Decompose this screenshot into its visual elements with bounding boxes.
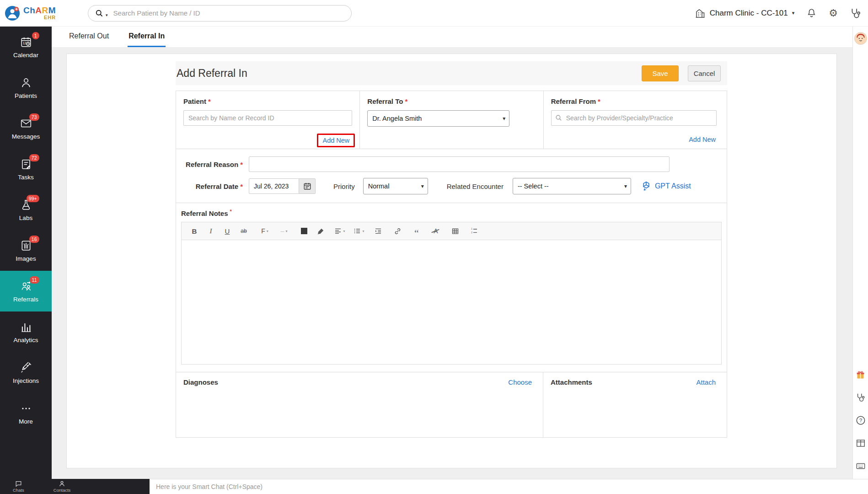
notifications-bell-icon[interactable]	[806, 8, 817, 18]
sidebar-item-tasks[interactable]: 72 Tasks	[0, 149, 52, 189]
images-badge: 16	[29, 236, 39, 243]
related-encounter-select[interactable]: -- Select --	[513, 178, 631, 194]
sidebar-item-calendar[interactable]: 12 1 Calendar	[0, 27, 52, 67]
tab-referral-out[interactable]: Referral Out	[68, 32, 110, 47]
underline-icon[interactable]: U	[222, 225, 233, 237]
app-logo[interactable]: ChARM EHR	[0, 5, 69, 21]
analytics-icon	[20, 321, 32, 333]
related-encounter-label: Related Encounter	[447, 183, 504, 190]
stethoscope-icon[interactable]	[850, 7, 862, 19]
italic-icon[interactable]: I	[205, 225, 216, 237]
labs-badge: 99+	[27, 195, 39, 203]
chevron-down-icon: ▾	[792, 10, 795, 16]
tasks-badge: 72	[29, 154, 39, 162]
split-window-icon[interactable]	[855, 438, 866, 449]
font-family-icon[interactable]: F▾	[259, 225, 270, 237]
text-color-icon[interactable]	[299, 225, 310, 237]
contacts-person-icon	[59, 480, 65, 487]
referral-date-input[interactable]	[249, 178, 299, 194]
sidebar-item-images[interactable]: 16 Images	[0, 230, 52, 271]
indent-icon[interactable]	[373, 225, 384, 237]
stethoscope-icon[interactable]	[855, 392, 866, 403]
referral-to-section: Referral To* Dr. Angela Smith	[359, 91, 543, 149]
notes-editor[interactable]	[181, 240, 722, 365]
search-icon	[95, 9, 104, 18]
calendar-picker-button[interactable]	[299, 178, 316, 194]
clinic-selector[interactable]: Charm Clinic - CC-101 ▾	[695, 8, 795, 19]
diagnoses-label: Diagnoses	[183, 378, 218, 386]
referral-notes-label: Referral Notes	[181, 209, 228, 217]
required-asterisk: *	[208, 97, 211, 105]
help-icon[interactable]: ?	[855, 415, 866, 426]
gpt-icon	[641, 181, 652, 192]
panel-title-row: Add Referral In Save Cancel	[176, 61, 727, 85]
required-asterisk: *	[240, 161, 243, 168]
smart-chat-input[interactable]	[150, 483, 868, 490]
referral-form: Patient* Add New Referral To* Dr. Angela…	[176, 91, 727, 438]
strikethrough-icon[interactable]: ab	[238, 225, 249, 237]
link-icon[interactable]	[392, 225, 403, 237]
cancel-button[interactable]: Cancel	[688, 65, 721, 81]
main-sidebar: 12 1 Calendar Patients	[0, 27, 52, 479]
patient-search[interactable]: ▾	[88, 5, 352, 21]
chats-button[interactable]: Chats	[13, 480, 24, 493]
chevron-down-icon[interactable]: ▾	[106, 13, 108, 17]
referral-date-label: Referral Date	[196, 183, 238, 190]
highlight-icon[interactable]	[315, 225, 326, 237]
patient-label: Patient	[183, 97, 206, 105]
sidebar-item-patients[interactable]: Patients	[0, 67, 52, 108]
bottom-chat-bar: Chats Contacts	[0, 479, 868, 494]
chat-bubble-icon	[15, 480, 22, 487]
sidebar-item-referrals[interactable]: 11 Referrals	[0, 271, 52, 311]
bold-icon[interactable]: B	[189, 225, 200, 237]
referral-from-search-field[interactable]	[551, 110, 717, 126]
charm-ehr-app: ChARM EHR ▾ Charm Clinic - CC-101 ▾	[0, 0, 868, 494]
clear-format-icon[interactable]: A	[430, 225, 441, 237]
save-button[interactable]: Save	[642, 65, 679, 81]
referral-to-select[interactable]: Dr. Angela Smith	[367, 110, 509, 127]
sidebar-item-injections[interactable]: Injections	[0, 352, 52, 393]
attachments-attach-link[interactable]: Attach	[696, 378, 716, 386]
clinic-building-icon	[695, 8, 706, 19]
referral-reason-label: Referral Reason	[186, 161, 238, 168]
attachments-section: Attachments Attach	[543, 372, 727, 437]
table-icon[interactable]	[450, 225, 461, 237]
referral-reason-input[interactable]	[249, 156, 670, 172]
calendar-badge: 1	[32, 32, 39, 40]
settings-gear-icon[interactable]: ⚙	[829, 8, 838, 18]
sidebar-item-more[interactable]: More	[0, 393, 52, 434]
referral-from-label: Referral From	[551, 97, 596, 105]
header-actions: Charm Clinic - CC-101 ▾ ⚙	[695, 7, 868, 19]
user-avatar[interactable]	[854, 32, 867, 45]
diagnoses-choose-link[interactable]: Choose	[508, 378, 532, 386]
calendar-icon: 12	[20, 36, 32, 48]
attachments-label: Attachments	[551, 378, 592, 386]
patient-add-new-link[interactable]: Add New	[322, 137, 349, 144]
bullet-list-icon[interactable]: ▾	[354, 225, 364, 237]
referral-from-add-new-link[interactable]: Add New	[689, 136, 716, 143]
add-referral-in-panel: Add Referral In Save Cancel Patient* Ad	[66, 54, 837, 468]
contacts-button[interactable]: Contacts	[54, 480, 71, 493]
referral-to-label: Referral To	[367, 97, 403, 105]
gift-rewards-icon[interactable]	[855, 369, 866, 380]
injections-syringe-icon	[20, 362, 32, 374]
sidebar-item-messages[interactable]: 73 Messages	[0, 108, 52, 149]
gpt-assist-button[interactable]: GPT Assist	[641, 181, 691, 192]
tab-referral-in[interactable]: Referral In	[128, 32, 166, 47]
priority-select[interactable]: Normal	[363, 178, 428, 194]
reason-date-section: Referral Reason* Referral Date*	[176, 149, 727, 203]
sidebar-item-labs[interactable]: 99+ Labs	[0, 189, 52, 230]
referral-notes-section: Referral Notes* B I U ab F▾ –▾	[176, 203, 727, 372]
blockquote-icon[interactable]: “	[411, 225, 422, 237]
patient-search-input[interactable]	[113, 9, 345, 17]
patient-search-field[interactable]	[183, 110, 352, 126]
font-size-icon[interactable]: –▾	[279, 225, 289, 237]
patients-icon	[20, 77, 32, 89]
chat-dock: Chats Contacts	[0, 479, 150, 494]
sidebar-item-analytics[interactable]: Analytics	[0, 311, 52, 352]
referrals-badge: 11	[30, 276, 39, 284]
smart-chat	[150, 479, 868, 494]
keyboard-icon[interactable]	[855, 461, 866, 472]
align-icon[interactable]: ▾	[334, 225, 345, 237]
ordered-list-icon[interactable]: 12	[469, 225, 480, 237]
